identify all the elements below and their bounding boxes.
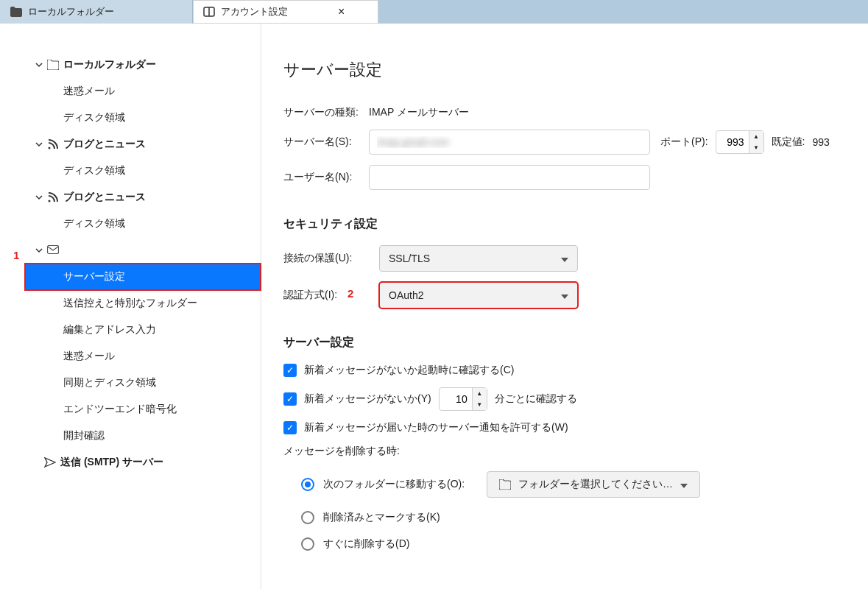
tree-blog-2[interactable]: ブログとニュース bbox=[0, 184, 261, 211]
checkbox-label: 新着メッセージが届いた時のサーバー通知を許可する(W) bbox=[304, 421, 568, 434]
tab-account-settings[interactable]: アカウント設定 × bbox=[193, 0, 378, 24]
mail-icon bbox=[46, 245, 60, 255]
radio-label: 削除済みとマークする(K) bbox=[323, 511, 440, 524]
tab-label: アカウント設定 bbox=[221, 5, 288, 18]
book-icon bbox=[203, 6, 215, 18]
tree-smtp[interactable]: 送信 (SMTP) サーバー bbox=[0, 449, 261, 476]
tree-label: 開封確認 bbox=[63, 429, 105, 442]
tree-disk[interactable]: ディスク領域 bbox=[0, 105, 261, 131]
interval-input[interactable]: ▲▼ bbox=[439, 387, 487, 411]
checkbox-label: 新着メッセージがないか(Y) bbox=[304, 392, 431, 406]
annotation-2: 2 bbox=[347, 287, 353, 300]
tab-local-folders[interactable]: ローカルフォルダー bbox=[0, 0, 193, 24]
chevron-down-icon bbox=[34, 194, 44, 201]
checkbox-suffix: 分ごとに確認する bbox=[495, 392, 577, 406]
tree-junk[interactable]: 迷惑メール bbox=[0, 78, 261, 105]
server-type-label: サーバーの種類: bbox=[283, 106, 369, 119]
tree-label: ブログとニュース bbox=[63, 191, 146, 204]
delete-heading: メッセージを削除する時: bbox=[283, 445, 856, 458]
folder-icon bbox=[499, 479, 511, 490]
tree-sync[interactable]: 同期とディスク領域 bbox=[0, 370, 261, 396]
tree-disk-3[interactable]: ディスク領域 bbox=[0, 211, 261, 237]
close-icon[interactable]: × bbox=[338, 6, 345, 18]
default-port-label: 既定値: bbox=[772, 135, 805, 149]
radio-move[interactable] bbox=[301, 478, 314, 491]
spin-buttons[interactable]: ▲▼ bbox=[749, 131, 763, 153]
sidebar: 1 ローカルフォルダー 迷惑メール ディスク領域 ブログとニュース ディスク領域… bbox=[0, 24, 261, 589]
rss-icon bbox=[46, 138, 60, 150]
tab-label: ローカルフォルダー bbox=[28, 5, 114, 18]
tree-disk-2[interactable]: ディスク領域 bbox=[0, 158, 261, 184]
tree-label: 同期とディスク領域 bbox=[63, 376, 156, 389]
page-title: サーバー設定 bbox=[283, 59, 856, 81]
select-value: SSL/TLS bbox=[389, 253, 430, 264]
tree-label: ローカルフォルダー bbox=[63, 58, 156, 71]
spin-buttons[interactable]: ▲▼ bbox=[472, 388, 487, 410]
radio-now[interactable] bbox=[301, 537, 314, 551]
svg-point-3 bbox=[49, 200, 51, 202]
auth-label: 認証方式(I): bbox=[283, 289, 379, 302]
checkbox-interval[interactable]: ✓ bbox=[283, 392, 297, 406]
tree-server-settings[interactable]: サーバー設定 bbox=[25, 264, 261, 290]
tree-label bbox=[63, 244, 181, 257]
tree-label: ディスク領域 bbox=[63, 217, 125, 230]
tree-receipt[interactable]: 開封確認 bbox=[0, 423, 261, 449]
username-input[interactable] bbox=[369, 165, 650, 190]
connection-select[interactable]: SSL/TLS bbox=[379, 245, 578, 272]
chevron-down-icon bbox=[34, 61, 44, 68]
annotation-1: 1 bbox=[13, 249, 19, 261]
tree-label: 送信 (SMTP) サーバー bbox=[60, 456, 163, 469]
tree-e2e[interactable]: エンドツーエンド暗号化 bbox=[0, 396, 261, 423]
chevron-down-icon bbox=[561, 253, 568, 264]
port-input[interactable]: ▲▼ bbox=[716, 130, 764, 154]
tree-label: 送信控えと特別なフォルダー bbox=[63, 297, 197, 310]
tree-label: 迷惑メール bbox=[63, 350, 115, 363]
tree-label: サーバー設定 bbox=[63, 270, 125, 283]
server-name-input[interactable] bbox=[369, 130, 650, 155]
select-value: OAuth2 bbox=[389, 289, 423, 301]
security-heading: セキュリティ設定 bbox=[283, 216, 856, 232]
chevron-down-icon bbox=[561, 289, 568, 301]
tree-local-folders[interactable]: ローカルフォルダー bbox=[0, 52, 261, 78]
tree-account[interactable] bbox=[0, 237, 261, 264]
tree-label: ディスク領域 bbox=[63, 111, 125, 124]
tree-compose[interactable]: 編集とアドレス入力 bbox=[0, 317, 261, 343]
port-label: ポート(P): bbox=[660, 135, 708, 149]
folder-icon bbox=[46, 60, 60, 70]
default-port-value: 993 bbox=[812, 136, 829, 148]
chevron-down-icon bbox=[680, 479, 688, 490]
svg-point-2 bbox=[49, 147, 51, 149]
folder-button[interactable]: フォルダーを選択してください… bbox=[487, 471, 700, 498]
radio-label: 次のフォルダーに移動する(O): bbox=[323, 478, 465, 491]
rss-icon bbox=[46, 191, 60, 203]
tree-junk-2[interactable]: 迷惑メール bbox=[0, 343, 261, 370]
server-name-label: サーバー名(S): bbox=[283, 135, 369, 149]
tab-bar: ローカルフォルダー アカウント設定 × bbox=[0, 0, 868, 24]
connection-label: 接続の保護(U): bbox=[283, 252, 379, 265]
tree-label: エンドツーエンド暗号化 bbox=[63, 403, 177, 416]
content-pane: サーバー設定 サーバーの種類: IMAP メールサーバー サーバー名(S): ポ… bbox=[261, 24, 868, 589]
server-heading: サーバー設定 bbox=[283, 335, 856, 350]
checkbox-startup[interactable]: ✓ bbox=[283, 364, 297, 377]
server-type-value: IMAP メールサーバー bbox=[369, 106, 469, 119]
username-label: ユーザー名(N): bbox=[283, 171, 369, 184]
chevron-down-icon bbox=[34, 141, 44, 148]
radio-mark[interactable] bbox=[301, 511, 314, 524]
radio-label: すぐに削除する(D) bbox=[323, 537, 409, 551]
tree-label: ディスク領域 bbox=[63, 164, 125, 177]
tree-label: 迷惑メール bbox=[63, 85, 115, 98]
checkbox-label: 新着メッセージがないか起動時に確認する(C) bbox=[304, 364, 514, 377]
folder-icon bbox=[10, 7, 22, 17]
svg-rect-4 bbox=[48, 246, 59, 254]
tree-label: 編集とアドレス入力 bbox=[63, 323, 156, 336]
send-icon bbox=[43, 456, 57, 468]
checkbox-notify[interactable]: ✓ bbox=[283, 421, 297, 434]
auth-select[interactable]: OAuth2 bbox=[379, 282, 578, 308]
chevron-down-icon bbox=[34, 247, 44, 254]
folder-button-label: フォルダーを選択してください… bbox=[518, 478, 673, 491]
tree-label: ブログとニュース bbox=[63, 138, 146, 151]
tree-blog-1[interactable]: ブログとニュース bbox=[0, 131, 261, 158]
tree-copies[interactable]: 送信控えと特別なフォルダー bbox=[0, 290, 261, 317]
